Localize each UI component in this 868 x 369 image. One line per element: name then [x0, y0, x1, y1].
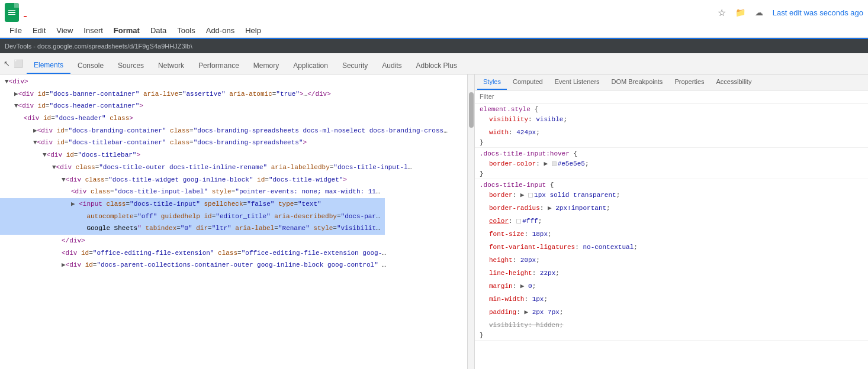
- dom-line: ▼<div>: [0, 76, 467, 88]
- tab-audits[interactable]: Audits: [375, 57, 409, 74]
- menu-help[interactable]: Help: [240, 25, 266, 36]
- last-edit-label: Last edit was seconds ago: [773, 8, 863, 17]
- tab-event-listeners[interactable]: Event Listeners: [549, 75, 606, 90]
- devtools-main: ▼<div> ▶<div id="docs-banner-container" …: [0, 75, 868, 369]
- menu-addons[interactable]: Add-ons: [201, 25, 239, 36]
- dom-scrollbar[interactable]: [468, 75, 475, 369]
- dom-panel: ▼<div> ▶<div id="docs-banner-container" …: [0, 75, 468, 369]
- menu-tools[interactable]: Tools: [172, 25, 200, 36]
- tab-elements[interactable]: Elements: [27, 57, 70, 74]
- devtools-left-icons: ↖ ⬜: [0, 59, 27, 68]
- css-prop-color: color: #fff;: [480, 215, 863, 228]
- menu-file[interactable]: File: [5, 25, 27, 36]
- menu-data[interactable]: Data: [146, 25, 171, 36]
- cloud-icon[interactable]: ☁: [755, 8, 763, 17]
- dom-line: <div class="docs-title-input-label" styl…: [0, 186, 385, 198]
- sheets-menu-row: File Edit View Insert Format Data Tools …: [5, 24, 863, 37]
- dom-line: </div>: [0, 235, 467, 247]
- tab-adblock[interactable]: Adblock Plus: [409, 57, 464, 74]
- tab-network[interactable]: Network: [151, 57, 191, 74]
- cursor-icon[interactable]: ↖: [4, 59, 10, 68]
- sheets-top-row: ☆ 📁 ☁ Last edit was seconds ago: [5, 2, 863, 22]
- css-prop-font-size: font-size: 18px;: [480, 228, 863, 241]
- menu-insert[interactable]: Insert: [79, 25, 108, 36]
- styles-panel: Styles Computed Event Listeners DOM Brea…: [475, 75, 868, 369]
- folder-icon[interactable]: 📁: [735, 8, 745, 17]
- css-close-input: }: [480, 332, 863, 339]
- dom-line-parent: ▶<div id="docs-parent-collections-contai…: [0, 259, 391, 271]
- scrollbar-thumb[interactable]: [469, 92, 474, 128]
- device-icon[interactable]: ⬜: [14, 59, 23, 68]
- sheets-appbar: ☆ 📁 ☁ Last edit was seconds ago File Edi…: [0, 0, 868, 38]
- sheets-logo: [5, 3, 19, 22]
- tab-styles[interactable]: Styles: [477, 75, 507, 90]
- css-prop-height: height: 20px;: [480, 254, 863, 267]
- css-prop-border: border: ▶ 1px solid transparent;: [480, 189, 863, 202]
- css-prop-border-color: border-color: ▶ #e5e5e5;: [480, 157, 863, 170]
- tab-application[interactable]: Application: [286, 57, 335, 74]
- css-rule-element-style: element.style { visibility: visible; wid…: [475, 103, 868, 148]
- tab-computed[interactable]: Computed: [507, 75, 549, 90]
- menu-view[interactable]: View: [52, 25, 78, 36]
- styles-tabbar: Styles Computed Event Listeners DOM Brea…: [475, 75, 868, 90]
- tab-security[interactable]: Security: [335, 57, 375, 74]
- sheets-doc-title[interactable]: [24, 6, 713, 19]
- css-close: }: [480, 139, 863, 146]
- tab-sources[interactable]: Sources: [111, 57, 151, 74]
- css-prop: width: 424px;: [480, 126, 863, 139]
- dom-line: ▶<div id="docs-banner-container" aria-li…: [0, 88, 467, 101]
- tab-performance[interactable]: Performance: [191, 57, 246, 74]
- tab-properties[interactable]: Properties: [668, 75, 710, 90]
- dom-line: ▼<div id="docs-header-container">: [0, 100, 467, 112]
- css-close: }: [480, 170, 863, 177]
- filter-bar: [475, 90, 868, 103]
- devtools-title-text: DevTools - docs.google.com/spreadsheets/…: [5, 43, 192, 50]
- css-rule-hover: .docs-title-input:hover { border-color: …: [475, 148, 868, 179]
- devtools-titlebar: DevTools - docs.google.com/spreadsheets/…: [0, 39, 868, 53]
- dom-line-highlighted[interactable]: ▶ <input class="docs-title-input" spellc…: [0, 198, 385, 211]
- dom-line-highlighted-cont2: Google Sheets" tabindex="0" dir="ltr" ar…: [0, 222, 385, 235]
- devtools-window: DevTools - docs.google.com/spreadsheets/…: [0, 38, 868, 369]
- dom-line: <div id="docs-header" class>: [0, 112, 467, 125]
- menu-edit[interactable]: Edit: [28, 25, 50, 36]
- dom-line: ▼<div id="docs-titlebar-container" class…: [0, 137, 450, 149]
- css-selector-hover: .docs-title-input:hover {: [480, 150, 863, 157]
- css-prop-visibility-strikethrough: visibility: hidden;: [480, 319, 863, 332]
- css-selector-input: .docs-title-input {: [480, 182, 863, 189]
- css-prop-font-variant: font-variant-ligatures: no-contextual;: [480, 241, 863, 254]
- star-icon[interactable]: ☆: [718, 7, 726, 18]
- tab-console[interactable]: Console: [70, 57, 111, 74]
- tab-dom-breakpoints[interactable]: DOM Breakpoints: [606, 75, 669, 90]
- dom-line: ▼<div class="docs-title-widget goog-inli…: [0, 174, 403, 186]
- css-prop-line-height: line-height: 22px;: [480, 267, 863, 280]
- css-prop-border-radius: border-radius: ▶ 2px!important;: [480, 202, 863, 215]
- dom-line: ▼<div id="docs-titlebar">: [0, 149, 467, 161]
- css-rule-input: .docs-title-input { border: ▶ 1px solid …: [475, 179, 868, 341]
- filter-input[interactable]: [480, 93, 863, 100]
- sheets-title-area: [24, 6, 713, 19]
- css-prop-min-width: min-width: 1px;: [480, 293, 863, 306]
- css-prop: visibility: visible;: [480, 113, 863, 126]
- menu-format[interactable]: Format: [109, 25, 144, 36]
- css-selector: element.style {: [480, 106, 863, 113]
- dom-line-highlighted-cont: autocomplete="off" guidedhelp id="editor…: [0, 211, 385, 223]
- sheets-right-icons: ☆ 📁 ☁ Last edit was seconds ago: [718, 7, 863, 18]
- tab-memory[interactable]: Memory: [246, 57, 286, 74]
- dom-line: ▼<div class="docs-title-outer docs-title…: [0, 161, 414, 174]
- dom-line-ext: <div id="office-editing-file-extension" …: [0, 247, 391, 260]
- css-prop-padding: padding: ▶ 2px 7px;: [480, 306, 863, 319]
- devtools-tabbar: ↖ ⬜ Elements Console Sources Network Per…: [0, 53, 868, 75]
- css-prop-margin: margin: ▶ 0;: [480, 280, 863, 293]
- tab-accessibility[interactable]: Accessibility: [711, 75, 758, 90]
- dom-line: ▶<div id="docs-branding-container" class…: [0, 125, 450, 137]
